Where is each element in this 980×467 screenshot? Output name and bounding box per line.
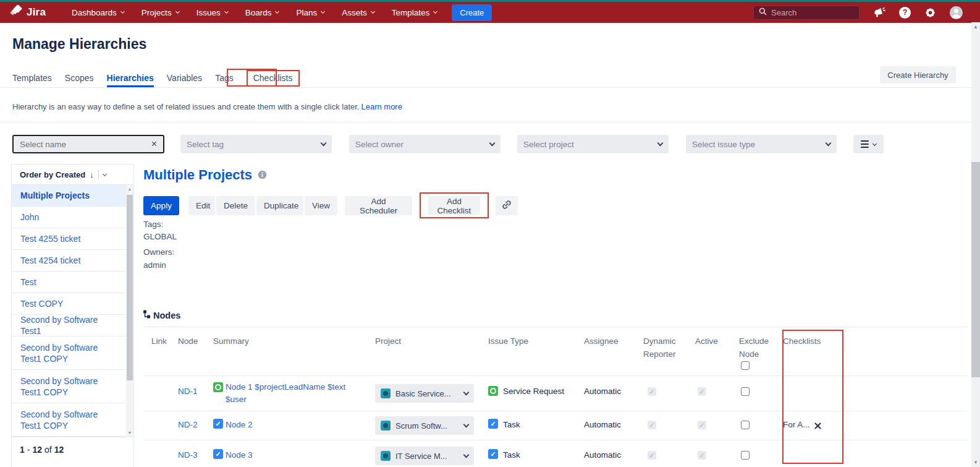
owners-value: admin — [143, 260, 166, 270]
sidebar-scrollbar[interactable]: ▲ ▼ — [126, 185, 133, 437]
list-item-second-test1-copy-2[interactable]: Second by Software Test1 COPY — [12, 370, 133, 403]
list-item-multiple-projects[interactable]: Multiple Projects — [12, 185, 133, 207]
create-hierarchy-button[interactable]: Create Hierarchy — [880, 66, 956, 84]
nav-item-projects[interactable]: Projects — [142, 8, 179, 17]
search-placeholder: Search — [771, 8, 796, 17]
add-scheduler-button[interactable]: Add Scheduler — [345, 196, 412, 215]
settings-gear-icon[interactable] — [924, 7, 936, 19]
scroll-down-icon[interactable]: ▼ — [126, 431, 133, 435]
nav-item-assets[interactable]: Assets — [342, 8, 374, 17]
hamburger-icon — [861, 140, 869, 148]
manage-hierarchies-page: Jira Dashboards Projects Issues Boards P… — [0, 0, 980, 467]
node-key-link[interactable]: ND-2 — [178, 420, 198, 429]
user-avatar[interactable] — [950, 6, 963, 19]
list-item-test-copy[interactable]: Test COPY — [12, 293, 133, 315]
filter-owner-select[interactable]: Select owner — [349, 135, 501, 153]
search-icon — [759, 7, 767, 18]
chevron-down-icon — [175, 9, 180, 14]
exclude-node-checkbox[interactable] — [741, 387, 750, 396]
scroll-up-icon[interactable]: ▲ — [126, 187, 133, 191]
jira-logo[interactable]: Jira — [10, 5, 46, 20]
filter-project-select[interactable]: Select project — [517, 135, 669, 153]
issue-type-value: Service Request — [503, 387, 564, 396]
exclude-node-checkbox[interactable] — [741, 451, 750, 460]
apply-button[interactable]: Apply — [143, 196, 179, 215]
order-by-header[interactable]: Order by Created ↓ — [12, 165, 133, 185]
project-avatar — [381, 451, 391, 461]
search-input[interactable]: Search — [753, 6, 860, 20]
node-summary-link[interactable]: Node 2 — [226, 420, 253, 429]
list-item-test[interactable]: Test — [12, 272, 133, 293]
remove-checklist-icon[interactable] — [814, 421, 821, 432]
filter-issue-type-select[interactable]: Select issue type — [686, 135, 837, 153]
clear-name-icon[interactable]: × — [151, 139, 157, 149]
sort-direction-arrow-icon[interactable]: ↓ — [90, 170, 94, 179]
tab-tags[interactable]: Tags — [215, 73, 234, 83]
project-select[interactable]: Scrum Softw... — [375, 416, 474, 435]
view-button[interactable]: View — [305, 196, 337, 215]
copy-link-button[interactable] — [496, 196, 518, 215]
nodes-section-heading: Nodes — [143, 310, 180, 320]
list-item-second-test1-copy-1[interactable]: Second by Software Test1 COPY — [12, 336, 133, 370]
scroll-up-icon[interactable]: ▲ — [971, 24, 980, 30]
announcements-megaphone-icon[interactable] — [873, 7, 885, 18]
add-checklist-button[interactable]: Add Checklist — [428, 196, 480, 215]
info-icon[interactable] — [258, 167, 267, 183]
select-name-input[interactable] — [20, 140, 151, 149]
project-select[interactable]: IT Service M... — [375, 447, 474, 465]
task-icon — [488, 419, 498, 429]
project-select[interactable]: Basic Service... — [375, 384, 474, 403]
service-request-icon — [488, 386, 498, 396]
node-key-link[interactable]: ND-3 — [178, 450, 198, 460]
dynamic-reporter-checkbox — [648, 421, 656, 429]
tab-templates[interactable]: Templates — [12, 73, 52, 83]
sidebar-scrollbar-thumb[interactable] — [127, 195, 133, 380]
learn-more-link[interactable]: Learn more — [361, 102, 402, 111]
node-key-link[interactable]: ND-1 — [178, 387, 198, 396]
chevron-down-icon — [826, 140, 832, 146]
tab-hierarchies[interactable]: Hierarchies — [107, 73, 154, 83]
filter-tag-select[interactable]: Select tag — [180, 135, 332, 153]
tags-value: GLOBAL — [143, 232, 177, 241]
nav-item-dashboards[interactable]: Dashboards — [72, 8, 124, 17]
nav-item-issues[interactable]: Issues — [196, 8, 228, 17]
col-link: Link — [151, 335, 167, 348]
list-item-second-test1[interactable]: Second by Software Test1 — [12, 315, 133, 336]
chevron-down-icon — [321, 140, 327, 146]
col-issue-type: Issue Type — [488, 335, 528, 348]
nav-item-boards[interactable]: Boards — [245, 8, 279, 17]
list-item-test-4254[interactable]: Test 4254 ticket — [12, 250, 133, 272]
active-checkbox — [698, 421, 706, 429]
help-icon[interactable]: ? — [899, 7, 911, 19]
jira-logo-icon — [10, 5, 22, 20]
duplicate-button[interactable]: Duplicate — [256, 196, 303, 215]
chevron-down-icon[interactable] — [103, 171, 107, 176]
top-navigation-bar: Jira Dashboards Projects Issues Boards P… — [0, 2, 980, 23]
filter-options-menu-button[interactable] — [853, 135, 884, 153]
list-item-test-4255[interactable]: Test 4255 ticket — [12, 228, 133, 250]
tags-label: Tags: — [143, 220, 163, 229]
scroll-down-icon[interactable]: ▼ — [971, 460, 980, 465]
create-button[interactable]: Create — [452, 4, 492, 21]
filter-name-input[interactable]: × — [12, 135, 164, 153]
page-scrollbar-thumb[interactable] — [971, 162, 980, 377]
node-summary-link[interactable]: Node 3 — [226, 450, 253, 460]
chevron-down-icon — [489, 140, 496, 146]
col-project: Project — [375, 335, 401, 348]
tab-checklists[interactable]: Checklists — [247, 70, 300, 87]
nav-item-plans[interactable]: Plans — [296, 8, 324, 17]
checklist-value: For A... — [783, 420, 810, 429]
list-pagination: 1 - 12 of 12 — [12, 437, 133, 462]
tab-scopes[interactable]: Scopes — [65, 73, 94, 83]
list-item-john[interactable]: John — [12, 207, 133, 228]
issue-type-value: Task — [503, 420, 520, 429]
delete-button[interactable]: Delete — [216, 196, 255, 215]
list-item-second-test1-copy-3[interactable]: Second by Software Test1 COPY — [12, 403, 133, 437]
edit-button[interactable]: Edit — [188, 196, 215, 215]
exclude-all-checkbox[interactable] — [741, 361, 750, 370]
nav-item-templates[interactable]: Templates — [392, 8, 437, 17]
page-scrollbar[interactable]: ▲ ▼ — [971, 22, 980, 467]
node-summary-link[interactable]: Node 1 $projectLeadName $text $user — [226, 381, 359, 406]
exclude-node-checkbox[interactable] — [741, 421, 750, 429]
tab-variables[interactable]: Variables — [167, 73, 202, 83]
